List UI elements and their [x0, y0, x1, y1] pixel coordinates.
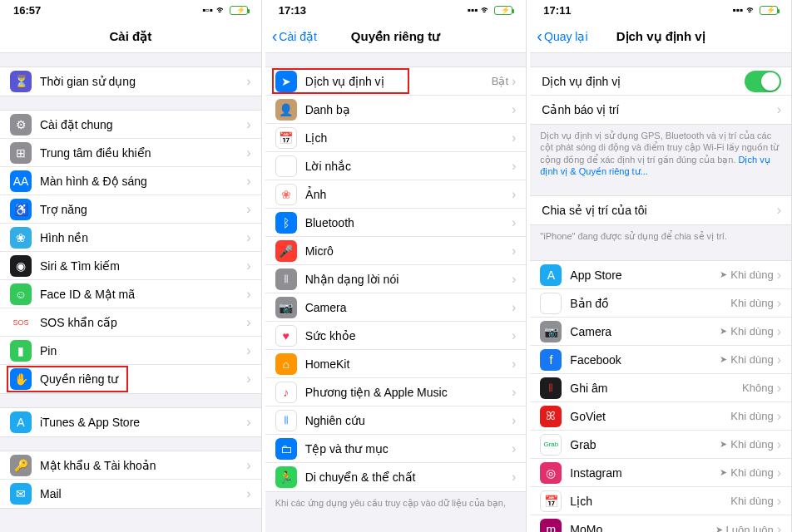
time: 16:57 [13, 4, 41, 17]
row-label: SOS khẩn cấp [40, 316, 246, 329]
back-label: Cài đặt [279, 30, 317, 43]
row-label: Trợ năng [40, 203, 246, 216]
chevron-right-icon: › [246, 230, 250, 245]
row-value: Khi dùng [730, 438, 773, 451]
settings-row[interactable]: ⊞Trung tâm điều khiển› [0, 139, 261, 167]
settings-row[interactable]: ꕤGoVietKhi dùng› [530, 402, 791, 431]
app-icon: ♿ [10, 199, 32, 220]
row-label: Micrô [305, 244, 512, 258]
settings-row[interactable]: ✋Quyền riêng tư› [0, 365, 261, 393]
app-icon: ➤ [275, 71, 297, 92]
wifi-icon: ᯤ [481, 4, 491, 16]
row-label: Phương tiện & Apple Music [305, 386, 512, 399]
settings-row[interactable]: fFacebook➤Khi dùng› [530, 346, 791, 374]
settings-row[interactable]: 📷Camera➤Khi dùng› [530, 318, 791, 346]
settings-row[interactable]: ❀Ảnh› [265, 180, 527, 209]
toggle-on[interactable] [745, 71, 781, 92]
back-button[interactable]: ‹ Cài đặt [272, 27, 317, 46]
settings-row[interactable]: 🗺Bản đồKhi dùng› [530, 289, 791, 318]
signal-icon: ▪▪▪ [732, 4, 743, 16]
settings-row[interactable]: ᛒBluetooth› [265, 209, 527, 237]
settings-row[interactable]: 📷Camera› [265, 293, 527, 322]
location-arrow-icon: ➤ [720, 354, 727, 365]
settings-row[interactable]: ❀Hình nền› [0, 224, 261, 252]
row-label: Bluetooth [305, 216, 512, 229]
row-label: Tệp và thư mục [305, 442, 512, 456]
group-screentime: ⏳Thời gian sử dụng› [0, 66, 261, 96]
settings-row[interactable]: ☰Lời nhắc› [265, 152, 527, 180]
settings-row[interactable]: ▮Pin› [0, 337, 261, 365]
chevron-right-icon: › [512, 357, 516, 372]
settings-row[interactable]: 📅LịchKhi dùng› [530, 487, 791, 515]
app-icon: ♪ [275, 382, 297, 403]
app-icon: 📅 [275, 127, 297, 149]
settings-row[interactable]: ♿Trợ năng› [0, 195, 261, 224]
settings-row[interactable]: ⌂HomeKit› [265, 350, 527, 378]
settings-row[interactable]: ☺Face ID & Mật mã› [0, 280, 261, 308]
settings-row[interactable]: mMoMo➤Luôn luôn› [530, 515, 791, 532]
app-icon: ☺ [10, 283, 32, 305]
app-icon: ♥ [275, 325, 297, 347]
settings-row[interactable]: 🏃Di chuyển & thể chất› [265, 463, 527, 491]
group-itunes: AiTunes & App Store› [0, 407, 261, 437]
settings-row[interactable]: AApp Store➤Khi dùng› [530, 261, 791, 289]
label: Cảnh báo vị trí [542, 103, 776, 116]
row-label: Face ID & Mật mã [40, 288, 246, 301]
settings-row[interactable]: ⏳Thời gian sử dụng› [0, 67, 261, 96]
group-apps: AApp Store➤Khi dùng›🗺Bản đồKhi dùng›📷Cam… [530, 260, 791, 532]
group-accounts: 🔑Mật khẩu & Tài khoản›✉Mail› [0, 451, 261, 509]
settings-row[interactable]: ✉Mail› [0, 480, 261, 508]
settings-row[interactable]: ♪Phương tiện & Apple Music› [265, 378, 527, 406]
row-label: Dịch vụ định vị [305, 75, 492, 88]
row-label: Siri & Tìm kiếm [40, 259, 246, 273]
location-description: Dịch vụ định vị sử dụng GPS, Bluetooth v… [530, 125, 791, 182]
settings-row[interactable]: 🗀Tệp và thư mục› [265, 435, 527, 463]
settings-row[interactable]: ◎Instagram➤Khi dùng› [530, 459, 791, 487]
row-value: Luôn luôn [726, 524, 774, 532]
settings-row[interactable]: ⚙Cài đặt chung› [0, 111, 261, 139]
row-value: Khi dùng [730, 466, 773, 479]
chevron-right-icon: › [777, 437, 781, 452]
settings-row[interactable]: 📅Lịch› [265, 124, 527, 152]
row-label: Màn hình & Độ sáng [40, 175, 246, 188]
back-button[interactable]: ‹ Quay lại [537, 27, 587, 46]
settings-row[interactable]: ◉Siri & Tìm kiếm› [0, 252, 261, 280]
settings-row[interactable]: ➤Dịch vụ định vịBật› [265, 67, 527, 96]
settings-row[interactable]: 👤Danh bạ› [265, 96, 527, 124]
app-icon: ᛒ [275, 212, 297, 234]
settings-row[interactable]: AAMàn hình & Độ sáng› [0, 167, 261, 195]
chevron-right-icon: › [512, 215, 516, 230]
row-location-services[interactable]: Dịch vụ định vị [530, 67, 791, 96]
phone-settings: 16:57 ▪▫▪ ᯤ ⚡ Cài đặt ⏳Thời gian sử dụng… [0, 0, 262, 532]
app-icon: 🏃 [275, 466, 297, 488]
row-label: Danh bạ [305, 103, 512, 116]
settings-row[interactable]: ♥Sức khỏe› [265, 322, 527, 350]
settings-row[interactable]: SOSSOS khẩn cấp› [0, 308, 261, 337]
settings-row[interactable]: 🎤Micrô› [265, 237, 527, 265]
chevron-right-icon: › [512, 413, 516, 428]
chevron-right-icon: › [777, 102, 781, 117]
settings-row[interactable]: AiTunes & App Store› [0, 408, 261, 436]
chevron-right-icon: › [246, 287, 250, 302]
label: Dịch vụ định vị [542, 75, 745, 88]
row-share-location[interactable]: Chia sẻ vị trí của tôi › [530, 196, 791, 224]
location-arrow-icon: ➤ [720, 467, 727, 478]
location-arrow-icon: ➤ [720, 326, 727, 337]
chevron-right-icon: › [512, 385, 516, 400]
nav-bar: ‹ Cài đặt Quyền riêng tư [265, 20, 527, 53]
settings-row[interactable]: ⦀Nhận dạng lời nói› [265, 265, 527, 293]
settings-row[interactable]: ⦀Nghiên cứu› [265, 406, 527, 435]
chevron-left-icon: ‹ [272, 27, 278, 46]
battery-icon: ⚡ [230, 6, 248, 15]
row-label: Facebook [570, 353, 720, 367]
row-label: Lịch [570, 495, 730, 508]
phone-privacy: 17:13 ▪▪▪ ᯤ ⚡ ‹ Cài đặt Quyền riêng tư ➤… [265, 0, 527, 532]
chevron-right-icon: › [777, 324, 781, 339]
row-label: Instagram [570, 466, 720, 480]
status-icons: ▪▪▪ ᯤ ⚡ [468, 4, 513, 16]
settings-row[interactable]: GrabGrab➤Khi dùng› [530, 431, 791, 459]
settings-row[interactable]: 🔑Mật khẩu & Tài khoản› [0, 451, 261, 480]
settings-row[interactable]: ⦀Ghi âmKhông› [530, 374, 791, 402]
row-location-alerts[interactable]: Cảnh báo vị trí › [530, 96, 791, 124]
app-icon: ❀ [275, 184, 297, 205]
